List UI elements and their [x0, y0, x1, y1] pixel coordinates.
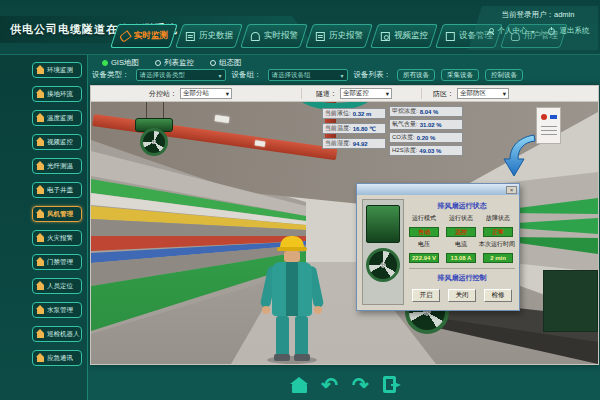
level-readout: 当前液位:0.32 m — [322, 108, 386, 119]
sidebar-item-video-monitoring[interactable]: 视频监控 — [32, 134, 82, 150]
home-icon — [37, 69, 44, 74]
tab-history-data[interactable]: 历史数据 — [175, 24, 243, 48]
fan-housing-image — [366, 205, 400, 243]
divider — [301, 88, 302, 99]
home-icon — [37, 165, 44, 170]
dialog-titlebar[interactable]: × — [357, 184, 519, 195]
radio-dot-icon — [155, 60, 161, 66]
station-select[interactable]: 全部分站▾ — [180, 88, 232, 99]
fan-status-header: 排风扇运行状态 — [407, 201, 517, 211]
worker-boot — [274, 354, 290, 361]
user-center-link[interactable]: 个人中心 — [498, 26, 528, 36]
tab-history-alarm[interactable]: 历史报警 — [305, 24, 373, 48]
tunnel-label: 隧道： — [316, 89, 337, 99]
tunnel-select[interactable]: 全部监控▾ — [340, 88, 392, 99]
sidebar-item-ground-current[interactable]: 接地环流 — [32, 86, 82, 102]
close-icon[interactable]: × — [506, 186, 517, 194]
h2s-readout: H2S浓度:49.03 % — [389, 145, 463, 156]
wall-sign — [536, 107, 561, 144]
current-user-label: 当前登录用户：admin — [484, 10, 592, 20]
tunnel-3d-view[interactable]: 当前液位:0.32 m 当前温度:16.80 ℃ 当前湿度:94.92 甲烷浓度… — [91, 102, 598, 364]
device-type-select[interactable]: 请选择设备类型▾ — [136, 69, 226, 81]
sign-text-lines — [541, 126, 557, 127]
back-button[interactable]: ↶ — [321, 375, 338, 395]
fan-start-button[interactable]: 开启 — [412, 289, 440, 302]
history-data-icon — [186, 32, 195, 41]
radio-schematic[interactable]: 组态图 — [210, 58, 242, 68]
blue-curved-arrow-icon[interactable] — [501, 132, 537, 178]
control-devices-button[interactable]: 控制设备 — [485, 69, 523, 81]
sidebar-item-electronic-manhole[interactable]: 电子井盖 — [32, 182, 82, 198]
device-group-select[interactable]: 请选择设备组▾ — [268, 69, 348, 81]
sidebar-item-personnel-location[interactable]: 人员定位 — [32, 278, 82, 294]
tab-video-monitor[interactable]: 视频监控 — [370, 24, 438, 48]
sidebar-item-fire-alarm[interactable]: 火灾报警 — [32, 230, 82, 246]
co-readout: CO浓度:0.20 % — [389, 132, 463, 143]
logout-link[interactable]: 退出系统 — [559, 26, 589, 36]
run-mode-value: 自动 — [409, 227, 439, 237]
alarm-bell-icon — [251, 32, 260, 41]
right-equipment-box — [543, 270, 598, 332]
sidebar-item-fiber-temperature[interactable]: 光纤测温 — [32, 158, 82, 174]
power-icon — [548, 28, 555, 35]
fan-control-dialog: × 排风扇运行状态 运行模式 运行状态 故障状态 — [356, 183, 520, 311]
voltage-label: 电压 — [407, 240, 441, 249]
tab-realtime-alarm[interactable]: 实时报警 — [240, 24, 308, 48]
worker-boot — [294, 354, 310, 361]
sidebar-item-water-pump[interactable]: 水泵管理 — [32, 302, 82, 318]
history-alarm-icon — [316, 32, 325, 41]
methane-readout: 甲烷浓度:8.04 % — [389, 106, 463, 117]
worker-avatar[interactable] — [262, 236, 322, 364]
chevron-down-icon: ▾ — [503, 90, 506, 98]
zone-select[interactable]: 全部防区▾ — [457, 88, 509, 99]
sidebar-item-inspection-robot[interactable]: 巡检机器人 — [32, 326, 82, 342]
view-mode-radios: GIS地图 列表监控 组态图 — [102, 58, 241, 68]
exit-button[interactable] — [383, 376, 396, 393]
sidebar-item-access-control[interactable]: 门禁管理 — [32, 254, 82, 270]
tab-realtime-monitor[interactable]: 实时监测 — [110, 24, 178, 48]
sidebar-item-temperature-monitoring[interactable]: 温度监测 — [32, 110, 82, 126]
collect-devices-button[interactable]: 采集设备 — [441, 69, 479, 81]
run-mode-label: 运行模式 — [407, 214, 441, 223]
exit-icon — [383, 376, 396, 393]
fan-stop-button[interactable]: 关闭 — [448, 289, 476, 302]
radio-dot-icon — [102, 60, 108, 66]
worker-hand — [262, 306, 270, 314]
all-devices-button[interactable]: 所有设备 — [397, 69, 435, 81]
current-label: 电流 — [444, 240, 478, 249]
chevron-down-icon: ▾ — [218, 72, 221, 79]
sidebar-item-environment-monitoring[interactable]: 环境监测 — [32, 62, 82, 78]
radio-gis-map[interactable]: GIS地图 — [102, 58, 139, 68]
bottom-nav: ↶ ↷ — [88, 369, 600, 400]
zone-label: 防区： — [433, 89, 454, 99]
sidebar-item-fan-management[interactable]: 风机管理 — [32, 206, 82, 222]
chevron-down-icon: ▾ — [532, 28, 535, 35]
app-header: 供电公司电缆隧道在线监测系统 实时监测 历史数据 实时报警 历史报警 视频监控 … — [0, 0, 600, 55]
viewer-panel: 分控站： 全部分站▾ 隧道： 全部监控▾ 防区： 全部防区▾ — [90, 85, 599, 365]
oxygen-readout: 氧气含量:31.02 % — [389, 119, 463, 130]
divider — [421, 88, 422, 99]
forward-button[interactable]: ↷ — [352, 375, 369, 395]
worker-overalls — [286, 262, 298, 316]
current-value: 13.08 A — [446, 253, 476, 263]
home-icon — [37, 93, 44, 98]
chevron-down-icon: ▾ — [340, 72, 343, 79]
fan-blades-image — [366, 248, 400, 282]
divider — [409, 268, 515, 269]
sidebar-item-emergency-comm[interactable]: 应急通讯 — [32, 350, 82, 366]
worker-face — [284, 251, 300, 262]
home-button[interactable] — [292, 377, 307, 393]
home-icon — [37, 309, 44, 314]
divider: | — [541, 27, 543, 36]
worker-hardhat-brim — [277, 247, 307, 251]
chevron-down-icon: ▾ — [226, 90, 229, 98]
camera-icon — [381, 32, 390, 41]
ceiling-fan[interactable] — [140, 128, 168, 156]
worker-leg — [295, 316, 308, 356]
home-icon — [37, 333, 44, 338]
radio-list-monitor[interactable]: 列表监控 — [155, 58, 194, 68]
fan-maintenance-button[interactable]: 检修 — [484, 289, 512, 302]
chevron-down-icon: ▾ — [386, 90, 389, 98]
sidebar: 环境监测 接地环流 温度监测 视频监控 光纤测温 电子井盖 风机管理 火灾报警 … — [0, 55, 88, 400]
device-box-icon — [446, 32, 455, 41]
